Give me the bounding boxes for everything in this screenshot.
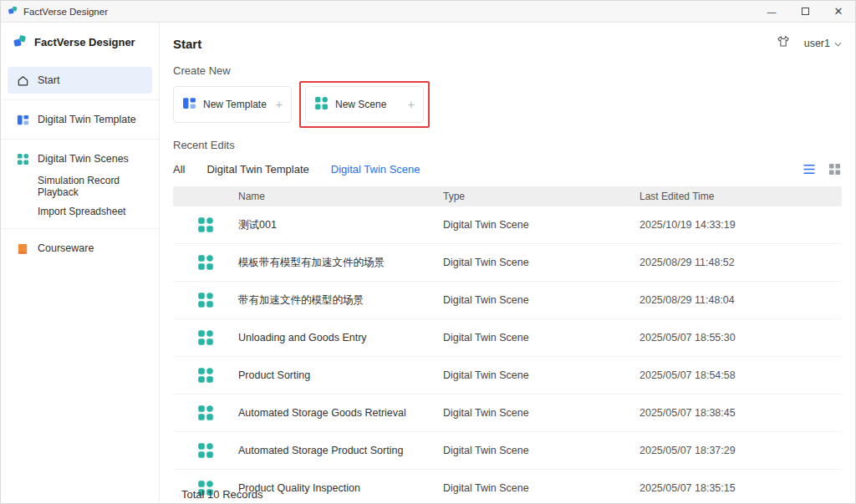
sidebar-item-label: Courseware [38, 242, 94, 254]
table-header: Name Type Last Edited Time [173, 186, 842, 206]
grid-view-icon[interactable] [827, 161, 842, 176]
tab-all[interactable]: All [173, 163, 185, 176]
courseware-book-icon [16, 242, 29, 255]
create-new-heading: Create New [173, 64, 842, 77]
recent-edits-table: Name Type Last Edited Time 测试001 Digital… [173, 186, 842, 503]
sidebar-item-digital-twin-scenes[interactable]: Digital Twin Scenes [8, 145, 152, 172]
scene-item-icon [173, 442, 238, 459]
row-type: Digital Twin Scene [443, 407, 639, 419]
app-logo-icon [8, 4, 18, 19]
titlebar: FactVerse Designer — ✕ [1, 1, 855, 23]
row-time: 2025/08/29 11:48:52 [639, 257, 842, 268]
column-header-time: Last Edited Time [639, 191, 842, 202]
table-row[interactable]: Product Sorting Digital Twin Scene 2025/… [173, 357, 842, 395]
sidebar-item-label: Start [38, 74, 59, 86]
scene-item-icon [173, 329, 238, 346]
shirt-icon[interactable] [776, 34, 791, 53]
row-name: Product Sorting [238, 369, 443, 381]
sidebar-item-label: Digital Twin Scenes [38, 153, 129, 165]
brand: FactVerse Designer [1, 23, 159, 61]
sidebar-item-courseware[interactable]: Courseware [8, 235, 152, 262]
table-row[interactable]: 模板带有模型有加速文件的场景 Digital Twin Scene 2025/0… [173, 244, 842, 282]
app-window: FactVerse Designer — ✕ FactVerse Designe… [0, 0, 856, 504]
row-time: 2025/05/07 18:55:30 [639, 332, 842, 344]
sidebar-subitem-label: Import Spreadsheet [38, 206, 125, 217]
row-time: 2025/05/07 18:38:45 [639, 407, 842, 419]
row-name: Automated Storage Goods Retrieval [238, 407, 443, 419]
template-icon [182, 96, 196, 114]
sidebar-item-simulation-record-playback[interactable]: Simulation Record Playback [8, 174, 152, 199]
scene-item-icon [173, 254, 238, 271]
sidebar-subitem-label: Simulation Record Playback [38, 175, 152, 198]
page-title: Start [173, 37, 201, 51]
table-row[interactable]: 带有加速文件的模型的场景 Digital Twin Scene 2025/08/… [173, 282, 842, 319]
row-name: Unloading and Goods Entry [238, 332, 443, 344]
row-type: Digital Twin Scene [443, 332, 639, 344]
new-scene-label: New Scene [335, 99, 401, 110]
brand-name: FactVerse Designer [34, 36, 135, 48]
scenes-grid-icon [314, 96, 329, 114]
column-header-name: Name [238, 191, 443, 202]
minimize-button[interactable]: — [755, 1, 788, 22]
home-icon [16, 74, 29, 87]
scene-item-icon [173, 405, 238, 421]
sidebar-item-import-spreadsheet[interactable]: Import Spreadsheet [8, 199, 152, 224]
row-time: 2025/05/07 18:54:58 [639, 369, 842, 381]
total-records-text: Total 10 Records [181, 488, 263, 501]
row-type: Digital Twin Scene [443, 369, 639, 381]
user-menu[interactable]: user1 [804, 38, 842, 49]
row-name: Product Quality Inspection [238, 482, 443, 494]
table-row[interactable]: Product Quality Inspection Digital Twin … [173, 470, 842, 503]
scene-item-icon [173, 367, 238, 384]
row-time: 2025/10/19 14:33:19 [639, 219, 842, 231]
row-name: Automated Storage Product Sorting [238, 445, 443, 456]
row-name: 测试001 [238, 218, 443, 232]
scene-item-icon [173, 292, 238, 308]
row-time: 2025/05/07 18:35:15 [639, 482, 842, 494]
close-button[interactable]: ✕ [822, 1, 855, 22]
row-type: Digital Twin Scene [443, 294, 639, 306]
tab-digital-twin-template[interactable]: Digital Twin Template [206, 163, 308, 176]
table-row[interactable]: Automated Storage Product Sorting Digita… [173, 432, 842, 470]
recent-edits-heading: Recent Edits [173, 139, 842, 151]
new-scene-card[interactable]: New Scene + [305, 86, 424, 123]
sidebar-item-start[interactable]: Start [8, 67, 152, 94]
scenes-grid-icon [16, 152, 29, 165]
template-icon [16, 113, 29, 126]
plus-icon: + [276, 98, 283, 111]
maximize-button[interactable] [788, 1, 822, 22]
new-template-label: New Template [203, 99, 269, 110]
brand-logo-icon [13, 33, 28, 51]
window-title: FactVerse Designer [23, 7, 108, 17]
sidebar-item-digital-twin-template[interactable]: Digital Twin Template [8, 106, 152, 133]
table-row[interactable]: Unloading and Goods Entry Digital Twin S… [173, 319, 842, 357]
list-view-icon[interactable] [802, 161, 817, 176]
row-time: 2025/08/29 11:48:04 [639, 294, 842, 306]
plus-icon: + [408, 98, 415, 111]
new-template-card[interactable]: New Template + [173, 86, 292, 123]
sidebar-item-label: Digital Twin Template [38, 114, 136, 125]
table-row[interactable]: 测试001 Digital Twin Scene 2025/10/19 14:3… [173, 206, 842, 244]
tab-digital-twin-scene[interactable]: Digital Twin Scene [331, 163, 420, 176]
row-type: Digital Twin Scene [443, 482, 639, 494]
sidebar: FactVerse Designer Start Digital Twin Te… [1, 23, 160, 503]
table-row[interactable]: Automated Storage Goods Retrieval Digita… [173, 395, 842, 432]
user-name: user1 [804, 38, 830, 49]
row-type: Digital Twin Scene [443, 257, 639, 268]
row-type: Digital Twin Scene [443, 445, 639, 456]
main-content: Start user1 Create New [160, 23, 855, 503]
row-name: 模板带有模型有加速文件的场景 [238, 256, 443, 270]
row-time: 2025/05/07 18:37:29 [639, 445, 842, 456]
row-type: Digital Twin Scene [443, 219, 639, 231]
chevron-down-icon [834, 38, 842, 49]
column-header-type: Type [443, 191, 639, 202]
row-name: 带有加速文件的模型的场景 [238, 293, 443, 308]
scene-item-icon [173, 216, 238, 233]
